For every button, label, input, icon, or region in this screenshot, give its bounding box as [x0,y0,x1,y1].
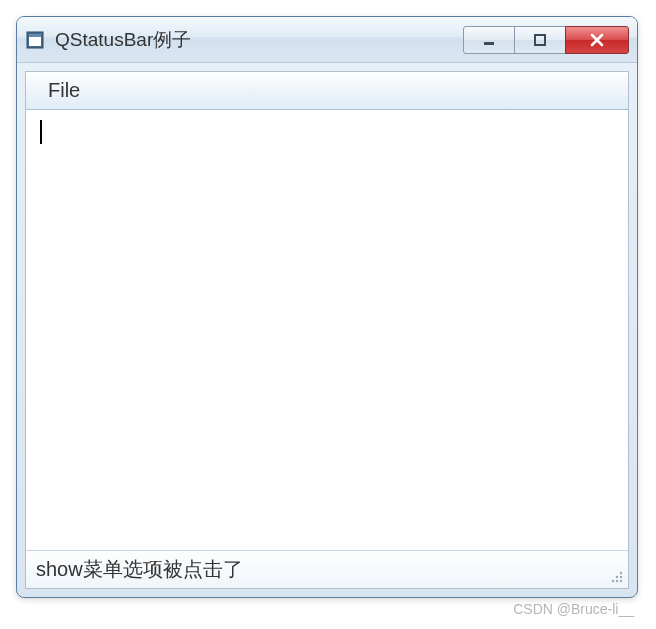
close-icon [589,32,605,48]
close-button[interactable] [565,26,629,54]
text-cursor [40,120,42,144]
title-bar[interactable]: QStatusBar例子 [17,17,637,63]
app-icon [25,30,45,50]
svg-rect-2 [29,34,41,37]
size-grip[interactable] [608,568,624,584]
svg-point-10 [620,580,622,582]
svg-point-9 [616,580,618,582]
watermark: CSDN @Bruce-li__ [513,601,634,617]
minimize-icon [482,33,496,47]
window-controls [464,26,629,54]
client-area: File show菜单选项被点击了 [25,71,629,589]
menu-bar: File [26,72,628,110]
application-window: QStatusBar例子 File [16,16,638,598]
svg-point-6 [616,576,618,578]
svg-point-8 [612,580,614,582]
svg-point-7 [620,576,622,578]
text-edit-area[interactable] [26,110,628,550]
maximize-button[interactable] [514,26,566,54]
svg-rect-4 [535,35,545,45]
maximize-icon [533,33,547,47]
svg-point-5 [620,572,622,574]
menu-file[interactable]: File [36,75,92,106]
status-message: show菜单选项被点击了 [36,556,243,583]
status-bar: show菜单选项被点击了 [26,550,628,588]
window-title: QStatusBar例子 [55,27,464,53]
minimize-button[interactable] [463,26,515,54]
svg-rect-3 [484,42,494,45]
grip-icon [608,568,624,584]
